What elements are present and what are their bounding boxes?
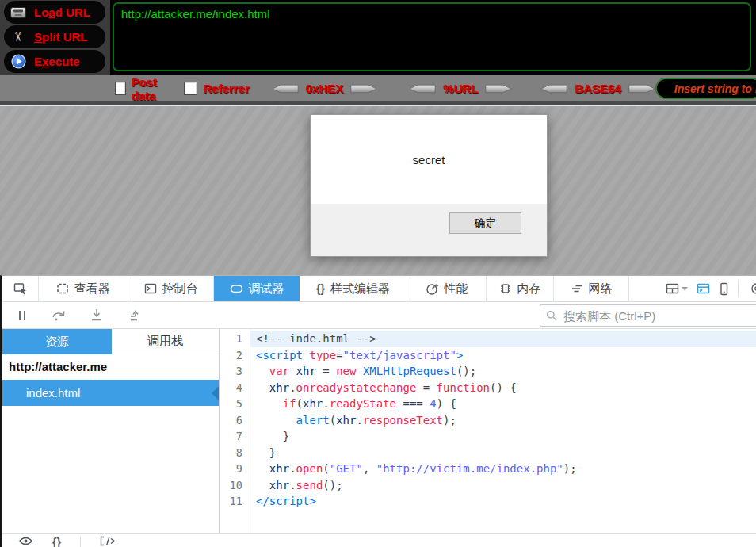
insert-string-input[interactable]: Insert string to rep [655, 78, 756, 99]
code-lines: 1<!-- inde.html -->2<script type="text/j… [220, 331, 756, 510]
decode-left-arrow-icon[interactable] [540, 82, 567, 95]
eye-icon [18, 536, 33, 546]
play-icon [7, 54, 29, 69]
code-line[interactable]: 11</script> [220, 493, 756, 510]
split-url-button[interactable]: ✂ Split URL [4, 25, 105, 48]
scissors-icon: ✂ [7, 29, 29, 44]
sidebar-tabs: 资源 调用栈 [2, 329, 219, 354]
code-line-text: <script type="text/javascript"> [250, 347, 756, 364]
code-line[interactable]: 8 } [220, 445, 756, 461]
dialog-footer: 确定 [311, 204, 547, 256]
devtools-tabbar: 查看器 控制台 调试器 {} 样式编辑器 性能 [2, 276, 756, 302]
dock-side-button[interactable] [666, 282, 688, 295]
code-line-text: </script> [250, 493, 756, 510]
hackbar-buttons: Load URL ✂ Split URL Execute [0, 0, 110, 75]
hex-encoder-control: 0xHEX [272, 82, 378, 95]
pretty-print-button[interactable]: {} [52, 536, 61, 547]
encode-right-arrow-icon[interactable] [628, 82, 655, 95]
code-line[interactable]: 7 } [220, 428, 756, 445]
code-line[interactable]: 10 xhr.send(); [220, 477, 756, 494]
code-editor: 1<!-- inde.html -->2<script type="text/j… [220, 329, 756, 533]
watch-sources-button[interactable] [18, 536, 33, 546]
hackbar-options-row: Post data Referrer 0xHEX %URL BASE64 Ins… [0, 75, 756, 101]
script-search-box [540, 304, 756, 327]
code-line-text: var xhr = new XMLHttpRequest(); [250, 363, 756, 380]
split-console-button[interactable] [697, 282, 710, 295]
tab-console[interactable]: 控制台 [128, 276, 214, 301]
tab-style-editor[interactable]: {} 样式编辑器 [300, 276, 407, 301]
inspector-icon [56, 282, 69, 295]
line-number[interactable]: 6 [220, 412, 250, 429]
settings-button[interactable] [747, 280, 756, 297]
line-number[interactable]: 3 [220, 363, 250, 380]
debugger-icon [230, 282, 243, 295]
search-input[interactable] [562, 308, 756, 323]
disk-icon [7, 7, 29, 18]
tab-network[interactable]: 网络 [554, 276, 629, 301]
code-line[interactable]: 9 xhr.open("GET", "http://victim.me/inde… [220, 461, 756, 477]
tab-label: 控制台 [162, 281, 198, 296]
source-host-item[interactable]: http://attacker.me [2, 354, 219, 380]
line-number[interactable]: 5 [220, 396, 250, 412]
post-data-checkbox[interactable]: Post data [115, 75, 172, 102]
gear-icon [747, 281, 756, 296]
code-line[interactable]: 4 xhr.onreadystatechange = function() { [220, 380, 756, 396]
pause-button[interactable] [17, 309, 28, 322]
code-line[interactable]: 3 var xhr = new XMLHttpRequest(); [220, 363, 756, 380]
tab-label: 性能 [445, 281, 468, 296]
tab-debugger[interactable]: 调试器 [214, 276, 300, 301]
decode-left-arrow-icon[interactable] [409, 82, 436, 95]
console-icon [144, 282, 157, 295]
code-line-text: <!-- inde.html --> [250, 331, 756, 347]
tab-inspector[interactable]: 查看器 [39, 276, 128, 301]
code-tag-icon [100, 536, 116, 546]
code-line-text: xhr.send(); [250, 477, 756, 494]
tab-memory[interactable]: 内存 [487, 276, 554, 301]
decode-left-arrow-icon[interactable] [272, 82, 299, 95]
checkbox-box[interactable] [184, 82, 197, 95]
load-url-button[interactable]: Load URL [4, 1, 105, 24]
checkbox-box[interactable] [115, 82, 126, 95]
tab-callstack[interactable]: 调用栈 [112, 329, 219, 354]
tab-performance[interactable]: 性能 [407, 276, 487, 301]
source-code-button[interactable] [100, 536, 116, 546]
encode-right-arrow-icon[interactable] [350, 82, 377, 95]
code-line-text: alert(xhr.responseText); [250, 412, 756, 429]
line-number[interactable]: 11 [220, 493, 250, 510]
tab-label: 查看器 [74, 281, 110, 296]
chevron-down-icon [682, 286, 688, 291]
line-number[interactable]: 9 [220, 461, 250, 477]
responsive-phone-icon [719, 282, 729, 296]
node-picker-button[interactable] [2, 276, 39, 301]
step-in-button[interactable] [90, 308, 104, 322]
page-overlay: secret 确定 [0, 105, 756, 275]
alert-dialog: secret 确定 [310, 114, 548, 257]
selected-file-notch [212, 386, 219, 400]
url-textarea[interactable]: http://attacker.me/index.html [113, 2, 751, 71]
source-file-item[interactable]: index.html [2, 380, 219, 406]
code-line-text: } [250, 428, 756, 445]
execute-button[interactable]: Execute [4, 50, 105, 73]
code-line[interactable]: 6 alert(xhr.responseText); [220, 412, 756, 429]
line-number[interactable]: 7 [220, 428, 250, 445]
line-number[interactable]: 2 [220, 347, 250, 364]
line-number[interactable]: 10 [220, 477, 250, 494]
code-line[interactable]: 2<script type="text/javascript"> [220, 347, 756, 364]
step-in-icon [90, 308, 104, 322]
line-number[interactable]: 1 [220, 331, 250, 347]
memory-icon [499, 282, 512, 295]
tab-label: 内存 [517, 281, 541, 296]
line-number[interactable]: 8 [220, 445, 250, 461]
ok-button[interactable]: 确定 [449, 212, 521, 234]
responsive-mode-button[interactable] [719, 282, 729, 296]
encode-right-arrow-icon[interactable] [485, 82, 512, 95]
code-line[interactable]: 1<!-- inde.html --> [220, 331, 756, 347]
referrer-checkbox[interactable]: Referrer [184, 82, 249, 95]
step-over-button[interactable] [51, 308, 67, 322]
code-line[interactable]: 5 if(xhr.readyState === 4) { [220, 396, 756, 412]
code-line-text: xhr.open("GET", "http://victim.me/index.… [250, 461, 756, 477]
tab-sources[interactable]: 资源 [2, 329, 112, 354]
step-out-button[interactable] [127, 308, 143, 322]
line-number[interactable]: 4 [220, 380, 250, 396]
dialog-message: secret [311, 115, 547, 204]
